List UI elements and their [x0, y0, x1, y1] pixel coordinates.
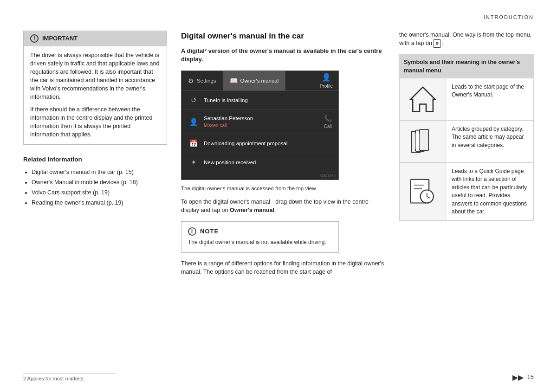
- symbol-img-house: [400, 78, 446, 120]
- svg-marker-0: [410, 87, 435, 112]
- calendar-icon: 📅: [188, 138, 199, 149]
- car-ui-item-download: 📅 Downloading appointment proposal: [181, 134, 338, 153]
- related-info-title: Related information: [23, 155, 167, 164]
- list-item: Digital owner's manual in the car (p. 15…: [32, 168, 167, 176]
- svg-rect-4: [420, 129, 428, 151]
- call-icon: 📞: [324, 114, 332, 123]
- manual-icon: 📖: [230, 76, 238, 85]
- symbol-desc-house: Leads to the start page of the Owner's M…: [446, 78, 533, 120]
- quickguide-icon: [407, 175, 439, 208]
- settings-icon: ⚙: [188, 76, 194, 85]
- note-text: The digital owner's manual is not availa…: [188, 238, 332, 246]
- tunein-icon: ↺: [188, 95, 199, 106]
- section-title: INTRODUCTION: [484, 14, 534, 20]
- car-ui-caption: The digital owner's manual is accessed f…: [181, 185, 339, 193]
- right-column: the owner's manual. One way is from the …: [399, 31, 534, 221]
- symbol-row-quickguide: Leads to a Quick Guide page with links f…: [399, 163, 534, 221]
- page: INTRODUCTION ! IMPORTANT The driver is a…: [0, 0, 557, 392]
- car-ui-list: ↺ TuneIn is installing 👤 Sebastian Peter…: [181, 90, 338, 172]
- next-page-nav[interactable]: ▶▶: [512, 372, 524, 383]
- important-box: ! IMPORTANT The driver is always respons…: [23, 31, 167, 145]
- book-icon: [407, 125, 439, 158]
- position-title: New position received: [204, 159, 332, 167]
- contact-icon: 👤: [188, 116, 199, 128]
- symbol-desc-articles: Articles grouped by category. The same a…: [446, 121, 533, 162]
- page-footer: 2 Applies for most markets. ▶▶ 15: [23, 372, 534, 383]
- note-box: i NOTE The digital owner's manual is not…: [181, 221, 339, 253]
- symbol-table-header: Symbols and their meaning in the owner's…: [399, 54, 534, 78]
- car-ui-watermark: G303375: [181, 172, 338, 180]
- body-text-1: To open the digital owner's manual - dra…: [181, 198, 385, 214]
- tunein-title: TuneIn is installing: [204, 96, 332, 104]
- content-area: ! IMPORTANT The driver is always respons…: [23, 31, 534, 276]
- manual-tab-label: Owner's manual: [240, 77, 279, 85]
- download-text: Downloading appointment proposal: [204, 140, 332, 148]
- middle-column: Digital owner's manual in the car A digi…: [181, 31, 385, 276]
- menu-hamburger-icon: ≡: [434, 39, 440, 48]
- call-action[interactable]: 📞 Call: [324, 114, 332, 130]
- position-text: New position received: [204, 159, 332, 167]
- right-intro: the owner's manual. One way is from the …: [399, 31, 534, 48]
- car-ui-screenshot: ⚙ Settings 📖 Owner's manual 👤 Profile: [181, 71, 339, 180]
- important-header: ! IMPORTANT: [24, 31, 167, 46]
- important-paragraph-2: If there should be a difference between …: [30, 105, 160, 139]
- page-number: 15: [527, 373, 534, 382]
- list-item: Reading the owner's manual (p. 19): [32, 199, 167, 207]
- house-icon: [407, 83, 439, 116]
- car-ui-tab-settings[interactable]: ⚙ Settings: [181, 71, 223, 90]
- page-header: INTRODUCTION: [23, 14, 534, 21]
- footnote: 2 Applies for most markets.: [23, 373, 116, 383]
- position-icon: ✦: [188, 157, 199, 168]
- car-ui-item-position: ✦ New position received: [181, 153, 338, 172]
- main-intro: A digital² version of the owner's manual…: [181, 47, 385, 64]
- symbol-row-articles: Articles grouped by category. The same a…: [399, 121, 534, 163]
- symbol-row-home: Leads to the start page of the Owner's M…: [399, 78, 534, 121]
- sebastian-title: Sebastian Petersson: [204, 115, 319, 122]
- list-item: Volvo Cars support site (p. 19): [32, 188, 167, 197]
- note-header: i NOTE: [188, 227, 332, 236]
- car-ui-topbar: ⚙ Settings 📖 Owner's manual 👤 Profile: [181, 71, 338, 90]
- left-column: ! IMPORTANT The driver is always respons…: [23, 31, 167, 209]
- car-ui-item-tunein: ↺ TuneIn is installing: [181, 91, 338, 110]
- car-ui-profile[interactable]: 👤 Profile: [314, 71, 338, 90]
- profile-label: Profile: [320, 83, 333, 90]
- symbol-img-book: [400, 121, 446, 162]
- settings-tab-label: Settings: [197, 77, 216, 85]
- sebastian-text: Sebastian Petersson Missed call: [204, 115, 319, 129]
- symbol-desc-quickguide: Leads to a Quick Guide page with links f…: [446, 163, 533, 220]
- car-ui-item-sebastian: 👤 Sebastian Petersson Missed call 📞 Call: [181, 110, 338, 134]
- download-title: Downloading appointment proposal: [204, 140, 332, 148]
- symbol-img-quickguide: [400, 163, 446, 220]
- important-icon: !: [30, 34, 39, 43]
- car-ui-tab-manual[interactable]: 📖 Owner's manual: [223, 71, 286, 90]
- important-label: IMPORTANT: [42, 34, 78, 43]
- related-info: Related information Digital owner's manu…: [23, 155, 167, 207]
- tunein-text: TuneIn is installing: [204, 96, 332, 104]
- note-icon: i: [188, 227, 196, 236]
- profile-icon: 👤: [322, 72, 331, 83]
- list-item: Owner's Manual in mobile devices (p. 18): [32, 178, 167, 186]
- important-paragraph-1: The driver is always responsible that th…: [30, 51, 160, 102]
- sebastian-sub: Missed call: [204, 122, 319, 129]
- related-info-list: Digital owner's manual in the car (p. 15…: [23, 168, 167, 207]
- note-label: NOTE: [200, 227, 219, 236]
- main-title: Digital owner's manual in the car: [181, 31, 385, 42]
- main-footer-text: There is a range of different options fo…: [181, 259, 385, 276]
